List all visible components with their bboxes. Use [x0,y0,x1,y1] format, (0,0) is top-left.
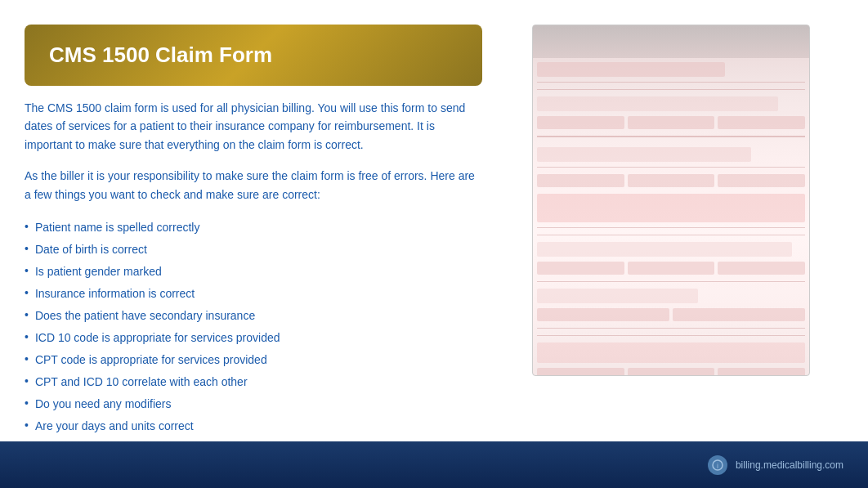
checklist-item-text: Does the patient have secondary insuranc… [35,307,255,325]
footer-icon: i [708,455,727,475]
cms-form-image [532,25,810,376]
checklist-item-text: Insurance information is correct [35,285,195,302]
checklist-item: •Patient name is spelled correctly [25,217,482,239]
bullet-icon: • [25,330,29,343]
checklist-item: •Does the patient have secondary insuran… [25,305,482,327]
checklist-item-text: ICD 10 code is appropriate for services … [35,329,280,347]
checklist-item-text: Patient name is spelled correctly [35,219,200,236]
checklist-item-text: CPT code is appropriate for services pro… [35,351,267,369]
checklist-item-text: Do you need any modifiers [35,396,172,413]
bullet-icon: • [25,352,29,365]
bullet-icon: • [25,419,29,432]
bullet-icon: • [25,264,29,277]
checklist-item: •Date of birth is correct [25,239,482,261]
bullet-icon: • [25,374,29,387]
checklist-item: •Is patient gender marked [25,261,482,283]
checklist: •Patient name is spelled correctly•Date … [25,217,482,437]
bullet-icon: • [25,220,29,233]
description-paragraph1: The CMS 1500 claim form is used for all … [25,99,482,154]
bullet-icon: • [25,308,29,321]
checklist-item-text: Is patient gender marked [35,263,162,280]
checklist-item: •Do you need any modifiers [25,393,482,415]
checklist-item: •CPT code is appropriate for services pr… [25,349,482,371]
footer-link-text: billing.medicalbilling.com [736,459,843,471]
checklist-item: •Insurance information is correct [25,283,482,305]
checklist-item-text: Date of birth is correct [35,241,147,258]
footer: i billing.medicalbilling.com [0,441,868,488]
svg-text:i: i [717,462,718,470]
checklist-item: •CPT and ICD 10 correlate with each othe… [25,371,482,393]
bullet-icon: • [25,396,29,410]
checklist-item: •Are your days and units correct [25,415,482,437]
checklist-item-text: CPT and ICD 10 correlate with each other [35,374,248,391]
bullet-icon: • [25,242,29,255]
checklist-item: •ICD 10 code is appropriate for services… [25,327,482,349]
form-content [537,62,805,371]
description-paragraph2: As the biller it is your responsibility … [25,167,482,204]
bullet-icon: • [25,286,29,299]
title-box: CMS 1500 Claim Form [25,25,482,86]
page-title: CMS 1500 Claim Form [49,43,272,68]
left-panel: CMS 1500 Claim Form The CMS 1500 claim f… [25,25,482,417]
checklist-item-text: Are your days and units correct [35,418,194,435]
right-panel [507,25,835,417]
